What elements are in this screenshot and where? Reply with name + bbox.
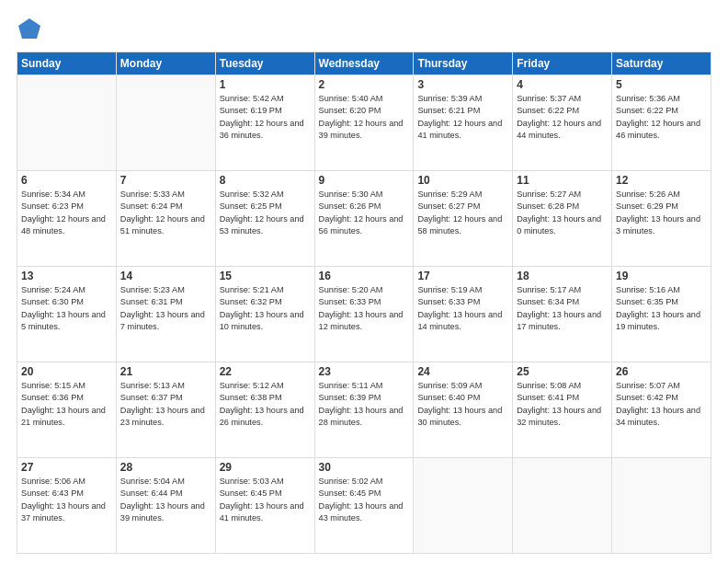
- calendar-cell: 8Sunrise: 5:32 AM Sunset: 6:25 PM Daylig…: [215, 171, 314, 267]
- calendar-cell: 17Sunrise: 5:19 AM Sunset: 6:33 PM Dayli…: [414, 267, 513, 362]
- calendar-week-row: 1Sunrise: 5:42 AM Sunset: 6:19 PM Daylig…: [17, 75, 711, 171]
- calendar-cell: [612, 458, 711, 554]
- calendar-cell: 24Sunrise: 5:09 AM Sunset: 6:40 PM Dayli…: [414, 362, 513, 458]
- day-info: Sunrise: 5:36 AM Sunset: 6:22 PM Dayligh…: [616, 93, 707, 142]
- day-info: Sunrise: 5:23 AM Sunset: 6:31 PM Dayligh…: [120, 284, 211, 333]
- calendar-cell: 10Sunrise: 5:29 AM Sunset: 6:27 PM Dayli…: [414, 171, 513, 267]
- logo: [17, 17, 46, 42]
- day-info: Sunrise: 5:27 AM Sunset: 6:28 PM Dayligh…: [517, 189, 608, 237]
- day-number: 21: [120, 365, 211, 378]
- day-info: Sunrise: 5:26 AM Sunset: 6:29 PM Dayligh…: [616, 189, 707, 237]
- day-number: 1: [220, 78, 311, 91]
- day-info: Sunrise: 5:11 AM Sunset: 6:39 PM Dayligh…: [319, 380, 410, 429]
- weekday-header: Friday: [513, 52, 612, 75]
- day-number: 29: [220, 461, 311, 474]
- calendar-cell: 28Sunrise: 5:04 AM Sunset: 6:44 PM Dayli…: [116, 458, 215, 554]
- calendar-cell: 19Sunrise: 5:16 AM Sunset: 6:35 PM Dayli…: [612, 267, 711, 362]
- day-info: Sunrise: 5:07 AM Sunset: 6:42 PM Dayligh…: [616, 380, 707, 429]
- day-info: Sunrise: 5:32 AM Sunset: 6:25 PM Dayligh…: [220, 189, 311, 237]
- day-number: 27: [21, 461, 112, 474]
- day-info: Sunrise: 5:16 AM Sunset: 6:35 PM Dayligh…: [616, 284, 707, 333]
- day-number: 22: [220, 365, 311, 378]
- calendar-cell: 7Sunrise: 5:33 AM Sunset: 6:24 PM Daylig…: [116, 171, 215, 267]
- weekday-header: Monday: [116, 52, 215, 75]
- calendar-cell: 13Sunrise: 5:24 AM Sunset: 6:30 PM Dayli…: [17, 267, 117, 362]
- day-number: 16: [319, 270, 410, 282]
- day-info: Sunrise: 5:13 AM Sunset: 6:37 PM Dayligh…: [120, 380, 211, 429]
- calendar-cell: 26Sunrise: 5:07 AM Sunset: 6:42 PM Dayli…: [612, 362, 711, 458]
- day-info: Sunrise: 5:15 AM Sunset: 6:36 PM Dayligh…: [21, 380, 112, 429]
- day-number: 25: [517, 365, 608, 378]
- day-number: 20: [21, 365, 112, 378]
- calendar-cell: 15Sunrise: 5:21 AM Sunset: 6:32 PM Dayli…: [215, 267, 314, 362]
- day-info: Sunrise: 5:24 AM Sunset: 6:30 PM Dayligh…: [21, 284, 112, 333]
- weekday-header: Saturday: [612, 52, 711, 75]
- day-number: 8: [220, 174, 311, 187]
- day-info: Sunrise: 5:29 AM Sunset: 6:27 PM Dayligh…: [417, 189, 508, 237]
- weekday-header: Wednesday: [314, 52, 414, 75]
- calendar-cell: 23Sunrise: 5:11 AM Sunset: 6:39 PM Dayli…: [314, 362, 414, 458]
- day-info: Sunrise: 5:06 AM Sunset: 6:43 PM Dayligh…: [21, 476, 112, 524]
- svg-marker-0: [18, 18, 40, 39]
- calendar-cell: [116, 75, 215, 171]
- page: SundayMondayTuesdayWednesdayThursdayFrid…: [0, 0, 728, 563]
- day-number: 18: [517, 270, 608, 282]
- day-info: Sunrise: 5:39 AM Sunset: 6:21 PM Dayligh…: [417, 93, 508, 142]
- weekday-header: Sunday: [17, 52, 117, 75]
- logo-icon: [17, 17, 42, 42]
- calendar-week-row: 27Sunrise: 5:06 AM Sunset: 6:43 PM Dayli…: [17, 458, 711, 554]
- day-number: 4: [517, 78, 608, 91]
- day-number: 10: [417, 174, 508, 187]
- day-info: Sunrise: 5:30 AM Sunset: 6:26 PM Dayligh…: [319, 189, 410, 237]
- day-info: Sunrise: 5:02 AM Sunset: 6:45 PM Dayligh…: [319, 476, 410, 524]
- calendar-cell: [414, 458, 513, 554]
- calendar-cell: 11Sunrise: 5:27 AM Sunset: 6:28 PM Dayli…: [513, 171, 612, 267]
- calendar-cell: 6Sunrise: 5:34 AM Sunset: 6:23 PM Daylig…: [17, 171, 117, 267]
- calendar-cell: 29Sunrise: 5:03 AM Sunset: 6:45 PM Dayli…: [215, 458, 314, 554]
- calendar-cell: 25Sunrise: 5:08 AM Sunset: 6:41 PM Dayli…: [513, 362, 612, 458]
- day-number: 30: [319, 461, 410, 474]
- header: [17, 17, 711, 42]
- weekday-header: Tuesday: [215, 52, 314, 75]
- day-number: 15: [220, 270, 311, 282]
- day-number: 6: [21, 174, 112, 187]
- day-info: Sunrise: 5:08 AM Sunset: 6:41 PM Dayligh…: [517, 380, 608, 429]
- day-info: Sunrise: 5:21 AM Sunset: 6:32 PM Dayligh…: [220, 284, 311, 333]
- calendar-cell: 4Sunrise: 5:37 AM Sunset: 6:22 PM Daylig…: [513, 75, 612, 171]
- calendar-cell: 9Sunrise: 5:30 AM Sunset: 6:26 PM Daylig…: [314, 171, 414, 267]
- weekday-header-row: SundayMondayTuesdayWednesdayThursdayFrid…: [17, 52, 711, 75]
- day-info: Sunrise: 5:03 AM Sunset: 6:45 PM Dayligh…: [220, 476, 311, 524]
- day-number: 14: [120, 270, 211, 282]
- day-info: Sunrise: 5:12 AM Sunset: 6:38 PM Dayligh…: [220, 380, 311, 429]
- day-info: Sunrise: 5:42 AM Sunset: 6:19 PM Dayligh…: [220, 93, 311, 142]
- day-info: Sunrise: 5:09 AM Sunset: 6:40 PM Dayligh…: [417, 380, 508, 429]
- day-info: Sunrise: 5:19 AM Sunset: 6:33 PM Dayligh…: [417, 284, 508, 333]
- day-number: 19: [616, 270, 707, 282]
- calendar-cell: 3Sunrise: 5:39 AM Sunset: 6:21 PM Daylig…: [414, 75, 513, 171]
- day-info: Sunrise: 5:20 AM Sunset: 6:33 PM Dayligh…: [319, 284, 410, 333]
- calendar-week-row: 13Sunrise: 5:24 AM Sunset: 6:30 PM Dayli…: [17, 267, 711, 362]
- day-number: 24: [417, 365, 508, 378]
- day-number: 2: [319, 78, 410, 91]
- day-number: 9: [319, 174, 410, 187]
- calendar-cell: 12Sunrise: 5:26 AM Sunset: 6:29 PM Dayli…: [612, 171, 711, 267]
- day-number: 11: [517, 174, 608, 187]
- day-number: 12: [616, 174, 707, 187]
- calendar-cell: 27Sunrise: 5:06 AM Sunset: 6:43 PM Dayli…: [17, 458, 117, 554]
- calendar-cell: 16Sunrise: 5:20 AM Sunset: 6:33 PM Dayli…: [314, 267, 414, 362]
- day-info: Sunrise: 5:04 AM Sunset: 6:44 PM Dayligh…: [120, 476, 211, 524]
- day-info: Sunrise: 5:37 AM Sunset: 6:22 PM Dayligh…: [517, 93, 608, 142]
- calendar-cell: 2Sunrise: 5:40 AM Sunset: 6:20 PM Daylig…: [314, 75, 414, 171]
- day-info: Sunrise: 5:40 AM Sunset: 6:20 PM Dayligh…: [319, 93, 410, 142]
- day-number: 26: [616, 365, 707, 378]
- day-number: 5: [616, 78, 707, 91]
- day-info: Sunrise: 5:17 AM Sunset: 6:34 PM Dayligh…: [517, 284, 608, 333]
- calendar-cell: 30Sunrise: 5:02 AM Sunset: 6:45 PM Dayli…: [314, 458, 414, 554]
- calendar-cell: 22Sunrise: 5:12 AM Sunset: 6:38 PM Dayli…: [215, 362, 314, 458]
- day-number: 7: [120, 174, 211, 187]
- calendar-cell: [513, 458, 612, 554]
- calendar-table: SundayMondayTuesdayWednesdayThursdayFrid…: [17, 52, 711, 554]
- calendar-cell: 18Sunrise: 5:17 AM Sunset: 6:34 PM Dayli…: [513, 267, 612, 362]
- calendar-week-row: 20Sunrise: 5:15 AM Sunset: 6:36 PM Dayli…: [17, 362, 711, 458]
- day-number: 3: [417, 78, 508, 91]
